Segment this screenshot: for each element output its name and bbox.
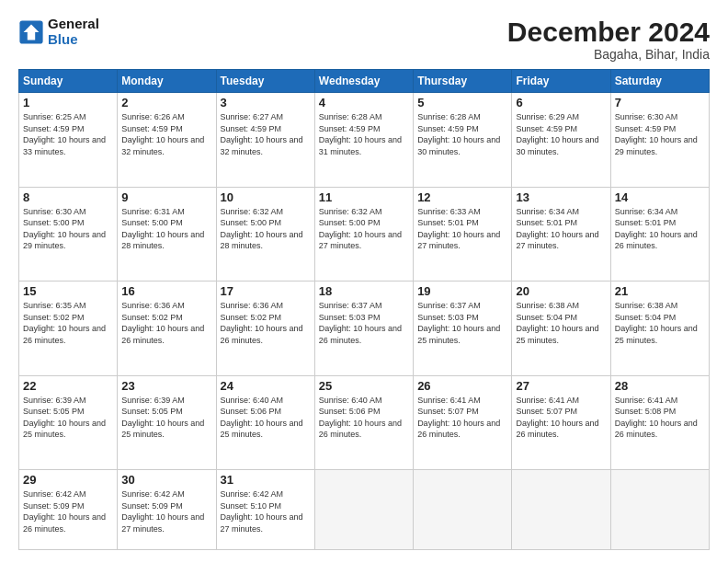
day-number: 17 [221,284,311,298]
calendar-week-3: 22Sunrise: 6:39 AM Sunset: 5:05 PM Dayli… [19,375,710,470]
calendar-week-1: 8Sunrise: 6:30 AM Sunset: 5:00 PM Daylig… [19,187,710,282]
table-row: 16Sunrise: 6:36 AM Sunset: 5:02 PM Dayli… [118,282,216,376]
day-info: Sunrise: 6:31 AM Sunset: 5:00 PM Dayligh… [121,206,211,252]
day-info: Sunrise: 6:37 AM Sunset: 5:03 PM Dayligh… [319,300,409,346]
day-number: 4 [319,96,409,109]
calendar-header-row: Sunday Monday Tuesday Wednesday Thursday… [19,70,710,93]
table-row: 19Sunrise: 6:37 AM Sunset: 5:03 PM Dayli… [414,282,512,376]
table-row: 17Sunrise: 6:36 AM Sunset: 5:02 PM Dayli… [216,282,314,376]
day-info: Sunrise: 6:30 AM Sunset: 4:59 PM Dayligh… [615,111,705,157]
day-info: Sunrise: 6:40 AM Sunset: 5:06 PM Dayligh… [319,395,409,441]
day-info: Sunrise: 6:32 AM Sunset: 5:00 PM Dayligh… [221,206,311,252]
day-number: 26 [417,379,507,393]
day-info: Sunrise: 6:36 AM Sunset: 5:02 PM Dayligh… [121,300,211,346]
table-row [314,470,413,550]
day-info: Sunrise: 6:34 AM Sunset: 5:01 PM Dayligh… [615,206,705,252]
day-number: 1 [23,96,113,109]
day-info: Sunrise: 6:33 AM Sunset: 5:01 PM Dayligh… [417,206,507,252]
day-info: Sunrise: 6:39 AM Sunset: 5:05 PM Dayligh… [121,395,211,441]
table-row: 31Sunrise: 6:42 AM Sunset: 5:10 PM Dayli… [216,470,314,550]
day-number: 19 [417,284,507,298]
day-number: 16 [121,284,211,298]
day-number: 2 [121,96,211,109]
title-block: December 2024 Bagaha, Bihar, India [507,17,710,62]
day-info: Sunrise: 6:36 AM Sunset: 5:02 PM Dayligh… [221,300,311,346]
table-row: 11Sunrise: 6:32 AM Sunset: 5:00 PM Dayli… [314,187,413,282]
table-row [414,470,512,550]
day-number: 23 [121,379,211,393]
day-info: Sunrise: 6:26 AM Sunset: 4:59 PM Dayligh… [121,111,211,157]
calendar-table: Sunday Monday Tuesday Wednesday Thursday… [18,69,710,550]
day-number: 28 [615,379,705,393]
day-number: 20 [516,284,606,298]
day-info: Sunrise: 6:32 AM Sunset: 5:00 PM Dayligh… [319,206,409,252]
day-info: Sunrise: 6:25 AM Sunset: 4:59 PM Dayligh… [23,111,113,157]
table-row: 1Sunrise: 6:25 AM Sunset: 4:59 PM Daylig… [19,93,118,188]
day-info: Sunrise: 6:42 AM Sunset: 5:09 PM Dayligh… [121,488,211,534]
day-number: 18 [319,284,409,298]
day-number: 3 [221,96,311,109]
table-row: 30Sunrise: 6:42 AM Sunset: 5:09 PM Dayli… [118,470,216,550]
col-tuesday: Tuesday [216,70,314,93]
col-monday: Monday [118,70,216,93]
table-row: 4Sunrise: 6:28 AM Sunset: 4:59 PM Daylig… [314,93,413,188]
table-row: 27Sunrise: 6:41 AM Sunset: 5:07 PM Dayli… [512,375,610,470]
table-row: 10Sunrise: 6:32 AM Sunset: 5:00 PM Dayli… [216,187,314,282]
day-number: 10 [221,190,311,204]
day-info: Sunrise: 6:34 AM Sunset: 5:01 PM Dayligh… [516,206,606,252]
col-sunday: Sunday [19,70,118,93]
day-info: Sunrise: 6:41 AM Sunset: 5:07 PM Dayligh… [417,395,507,441]
day-number: 22 [23,379,113,393]
page: General Blue December 2024 Bagaha, Bihar… [0,0,728,563]
table-row: 14Sunrise: 6:34 AM Sunset: 5:01 PM Dayli… [610,187,709,282]
col-thursday: Thursday [414,70,512,93]
day-info: Sunrise: 6:41 AM Sunset: 5:08 PM Dayligh… [615,395,705,441]
day-number: 14 [615,190,705,204]
day-number: 15 [23,284,113,298]
table-row: 5Sunrise: 6:28 AM Sunset: 4:59 PM Daylig… [414,93,512,188]
table-row: 2Sunrise: 6:26 AM Sunset: 4:59 PM Daylig… [118,93,216,188]
day-number: 9 [121,190,211,204]
day-number: 6 [516,96,606,109]
calendar-week-2: 15Sunrise: 6:35 AM Sunset: 5:02 PM Dayli… [19,282,710,376]
day-info: Sunrise: 6:38 AM Sunset: 5:04 PM Dayligh… [615,300,705,346]
table-row: 28Sunrise: 6:41 AM Sunset: 5:08 PM Dayli… [610,375,709,470]
calendar-week-0: 1Sunrise: 6:25 AM Sunset: 4:59 PM Daylig… [19,93,710,188]
col-saturday: Saturday [610,70,709,93]
day-number: 31 [221,473,311,487]
table-row: 26Sunrise: 6:41 AM Sunset: 5:07 PM Dayli… [414,375,512,470]
table-row: 7Sunrise: 6:30 AM Sunset: 4:59 PM Daylig… [610,93,709,188]
day-info: Sunrise: 6:38 AM Sunset: 5:04 PM Dayligh… [516,300,606,346]
day-number: 11 [319,190,409,204]
table-row: 6Sunrise: 6:29 AM Sunset: 4:59 PM Daylig… [512,93,610,188]
table-row: 3Sunrise: 6:27 AM Sunset: 4:59 PM Daylig… [216,93,314,188]
table-row: 18Sunrise: 6:37 AM Sunset: 5:03 PM Dayli… [314,282,413,376]
col-wednesday: Wednesday [314,70,413,93]
day-info: Sunrise: 6:28 AM Sunset: 4:59 PM Dayligh… [319,111,409,157]
logo: General Blue [18,17,99,47]
table-row: 8Sunrise: 6:30 AM Sunset: 5:00 PM Daylig… [19,187,118,282]
day-info: Sunrise: 6:35 AM Sunset: 5:02 PM Dayligh… [23,300,113,346]
day-info: Sunrise: 6:28 AM Sunset: 4:59 PM Dayligh… [417,111,507,157]
table-row [512,470,610,550]
day-info: Sunrise: 6:29 AM Sunset: 4:59 PM Dayligh… [516,111,606,157]
logo-icon [18,19,44,45]
day-number: 27 [516,379,606,393]
table-row: 22Sunrise: 6:39 AM Sunset: 5:05 PM Dayli… [19,375,118,470]
table-row [610,470,709,550]
logo-text: General Blue [48,17,99,47]
day-info: Sunrise: 6:41 AM Sunset: 5:07 PM Dayligh… [516,395,606,441]
day-info: Sunrise: 6:39 AM Sunset: 5:05 PM Dayligh… [23,395,113,441]
day-number: 12 [417,190,507,204]
table-row: 21Sunrise: 6:38 AM Sunset: 5:04 PM Dayli… [610,282,709,376]
day-number: 29 [23,473,113,487]
day-number: 8 [23,190,113,204]
day-number: 13 [516,190,606,204]
table-row: 23Sunrise: 6:39 AM Sunset: 5:05 PM Dayli… [118,375,216,470]
day-number: 5 [417,96,507,109]
col-friday: Friday [512,70,610,93]
day-info: Sunrise: 6:42 AM Sunset: 5:09 PM Dayligh… [23,488,113,534]
table-row: 29Sunrise: 6:42 AM Sunset: 5:09 PM Dayli… [19,470,118,550]
main-title: December 2024 [507,17,710,47]
table-row: 25Sunrise: 6:40 AM Sunset: 5:06 PM Dayli… [314,375,413,470]
